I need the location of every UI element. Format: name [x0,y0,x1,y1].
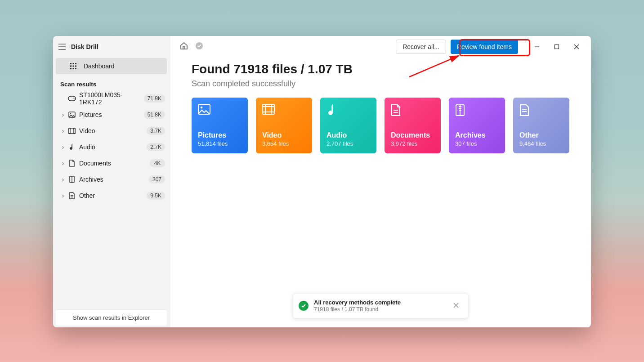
picture-icon [198,104,242,122]
chevron-right-icon[interactable]: › [59,127,67,134]
toast-close-button[interactable] [453,302,462,310]
file-icon [519,104,563,122]
card-title: Documents [391,131,434,139]
sidebar-item-badge: 9.5K [147,192,165,200]
home-icon[interactable] [180,42,188,52]
card-count: 3,654 files [262,140,306,147]
sidebar-item-archives[interactable]: › Archives 307 [53,171,170,188]
video-icon [262,104,306,122]
app-window: Disk Drill Dashboard Scan results › [53,36,591,327]
video-icon [67,128,77,134]
archive-icon [67,176,77,183]
svg-point-12 [70,113,71,114]
nav-dashboard[interactable]: Dashboard [56,58,167,74]
svg-rect-6 [70,68,72,69]
card-count: 2,707 files [326,140,370,147]
minimize-button[interactable] [527,38,547,56]
svg-rect-15 [74,128,75,134]
archive-icon [455,104,499,122]
sidebar-item-label: Documents [77,160,150,167]
main-panel: Recover all... Review found items Found … [170,36,591,327]
toast-title: All recovery methods complete [314,299,448,306]
card-title: Audio [326,131,370,139]
sidebar-item-other[interactable]: › Other 9.5K [53,188,170,204]
svg-rect-21 [263,104,274,114]
sidebar-item-badge: 307 [149,175,165,183]
sidebar-item-label: ST1000LM035-1RK172 [77,91,144,106]
document-icon [67,160,77,167]
window-controls [527,38,586,56]
chevron-right-icon[interactable]: › [59,176,67,183]
card-title: Archives [455,131,499,139]
audio-icon [67,143,77,151]
sidebar-item-drive[interactable]: › ST1000LM035-1RK172 71.9K [53,90,170,107]
svg-rect-3 [70,66,72,67]
picture-icon [67,112,77,118]
svg-point-20 [201,107,203,109]
content-area: Found 71918 files / 1.07 TB Scan complet… [170,58,591,153]
card-count: 9,464 files [519,140,563,147]
recover-all-button[interactable]: Recover all... [396,40,446,54]
chevron-right-icon[interactable]: › [59,160,67,167]
svg-rect-8 [75,68,76,69]
svg-rect-2 [75,63,76,64]
card-audio[interactable]: Audio 2,707 files [320,98,376,153]
chevron-right-icon[interactable]: › [59,192,67,199]
sidebar-item-label: Archives [77,176,149,183]
card-pictures[interactable]: Pictures 51,814 files [192,98,248,153]
check-badge-icon[interactable] [195,42,203,52]
svg-point-10 [74,98,75,99]
close-button[interactable] [567,38,586,56]
sidebar-item-label: Audio [77,143,147,151]
card-title: Pictures [198,131,242,139]
sidebar-item-badge: 51.8K [144,111,165,119]
sidebar-item-documents[interactable]: › Documents 4K [53,155,170,171]
check-circle-icon [299,301,309,311]
sidebar-section-label: Scan results [53,75,170,90]
sidebar-item-badge: 2.7K [147,143,165,151]
hamburger-icon[interactable] [58,44,66,50]
toast-subtitle: 71918 files / 1.07 TB found [314,306,448,313]
card-documents[interactable]: Documents 3,972 files [385,98,441,153]
card-count: 51,814 files [198,140,242,147]
card-title: Other [519,131,563,139]
sidebar-item-badge: 71.9K [144,94,165,103]
svg-rect-7 [73,68,74,69]
sidebar-item-video[interactable]: › Video 3.7K [53,123,170,139]
sidebar-item-pictures[interactable]: › Pictures 51.8K [53,107,170,123]
file-icon [67,192,77,199]
sidebar-header: Disk Drill [53,36,170,58]
sidebar-item-audio[interactable]: › Audio 2.7K [53,139,170,155]
sidebar-item-label: Video [77,127,147,134]
chevron-right-icon[interactable]: › [59,111,67,118]
page-subtitle: Scan completed successfully [192,79,569,89]
nav-dashboard-label: Dashboard [84,63,115,70]
category-cards: Pictures 51,814 files Video 3,654 files [192,98,569,153]
card-count: 307 files [455,140,499,147]
card-count: 3,972 files [391,140,434,147]
svg-rect-0 [70,63,72,64]
sidebar: Disk Drill Dashboard Scan results › [53,36,170,327]
chevron-right-icon[interactable]: › [59,143,67,151]
page-title: Found 71918 files / 1.07 TB [192,62,569,76]
card-archives[interactable]: Archives 307 files [449,98,505,153]
svg-rect-5 [75,66,76,67]
toast-notification: All recovery methods complete 71918 file… [293,293,468,318]
svg-rect-9 [68,96,76,101]
dashboard-icon [69,63,77,69]
card-video[interactable]: Video 3,654 files [256,98,312,153]
topbar: Recover all... Review found items [170,36,591,58]
app-title: Disk Drill [71,43,98,50]
disk-icon [67,96,77,101]
maximize-button[interactable] [547,38,567,56]
card-other[interactable]: Other 9,464 files [513,98,569,153]
audio-icon [326,104,370,122]
sidebar-item-label: Pictures [77,111,144,118]
card-title: Video [262,131,306,139]
review-found-items-button[interactable]: Review found items [451,40,518,54]
sidebar-footer-label: Show scan results in Explorer [73,314,150,321]
document-icon [391,104,434,122]
desktop-wallpaper: Disk Drill Dashboard Scan results › [0,0,644,362]
sidebar-footer-button[interactable]: Show scan results in Explorer [56,309,167,326]
sidebar-item-label: Other [77,192,147,199]
